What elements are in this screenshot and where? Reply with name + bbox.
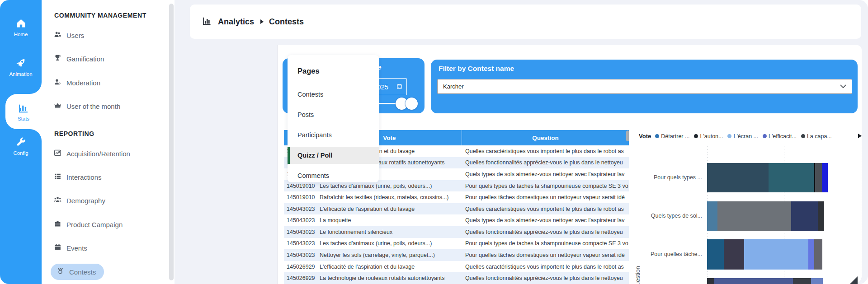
bar-segment[interactable] <box>814 239 822 270</box>
rocket-icon <box>15 57 27 69</box>
pages-panel: Pages Contests Posts Participants Quizz … <box>288 55 379 182</box>
table-row[interactable]: 145043023La moquetteQuels types de sols … <box>284 214 629 226</box>
bar-segment[interactable] <box>822 163 828 192</box>
chart-line-icon <box>53 149 62 158</box>
sidebar-item-user-of-the-month[interactable]: User of the month <box>53 99 120 113</box>
table-row[interactable]: 145043023Nettoyer les sols (carrelage, v… <box>284 249 629 261</box>
sidebar-item-product-campaign[interactable]: Product Campaign <box>53 218 123 231</box>
sidebar-item-demography[interactable]: Demography <box>53 194 105 207</box>
moderator-icon <box>53 78 62 88</box>
table-cell: Les taches d'animaux (urine, poils, odeu… <box>317 240 462 247</box>
table-row[interactable]: 145043023Les taches d'animaux (urine, po… <box>284 238 629 250</box>
category-label: Quels types de sol... <box>633 213 702 219</box>
legend-label: L'efficacit... <box>769 133 797 140</box>
bar-segment[interactable] <box>714 278 793 284</box>
app-window: Home Animation Stats Config COMMUNITY MA… <box>0 0 868 284</box>
bar-segment[interactable] <box>815 163 822 192</box>
left-rail: Home Animation Stats Config <box>0 0 42 284</box>
bar-segment[interactable] <box>717 201 791 231</box>
legend-item[interactable]: Détartrer ... <box>655 133 689 140</box>
bar-segment[interactable] <box>707 278 714 284</box>
page-item-label: Comments <box>297 172 329 179</box>
bar-segment[interactable] <box>724 239 744 270</box>
breadcrumb-analytics: Analytics <box>218 17 254 27</box>
table-row[interactable]: 145026929L'efficacité de l'aspiration et… <box>284 261 629 273</box>
bar-segment[interactable] <box>818 201 824 231</box>
page-item-comments[interactable]: Comments <box>288 167 379 184</box>
table-row[interactable]: 145043023L'efficacité de l'aspiration et… <box>284 203 629 215</box>
bar-segment[interactable] <box>707 163 769 192</box>
calendar-icon[interactable] <box>396 83 402 91</box>
users-icon <box>53 30 62 40</box>
legend-items: Détartrer ...L'auton...L'écran ...L'effi… <box>655 133 832 140</box>
crown-icon <box>53 101 62 111</box>
table-scrollbar-thumb[interactable] <box>626 130 629 141</box>
page-item-label: Posts <box>297 111 314 118</box>
slider-handle-end[interactable] <box>406 98 418 110</box>
contest-name-select[interactable]: Karcher <box>437 79 852 94</box>
rail-item-label: Config <box>13 150 28 156</box>
sidebar-section-title: REPORTING <box>54 130 94 137</box>
table-row[interactable]: 145026929La technologie de rouleaux rota… <box>284 272 629 284</box>
sidebar-item-contests[interactable]: Contests <box>51 264 104 280</box>
breadcrumb-contests: Contests <box>269 17 304 27</box>
legend-item[interactable]: L'efficacit... <box>763 133 797 140</box>
page-item-participants[interactable]: Participants <box>288 126 379 144</box>
legend-label: L'écran ... <box>733 133 758 140</box>
bar-segment[interactable] <box>707 201 717 231</box>
legend-title: Vote <box>639 133 651 140</box>
legend-item[interactable]: L'auton... <box>694 133 723 140</box>
bar-segment[interactable] <box>811 278 823 284</box>
sidebar-item-label: Moderation <box>66 79 100 87</box>
legend-label: L'auton... <box>700 133 723 140</box>
page-header: Analytics Contests <box>190 5 861 39</box>
table-cell: 145043023 <box>284 229 317 235</box>
contest-name-filter-panel: Filter by Contest name Karcher <box>431 60 858 113</box>
bar-segment[interactable] <box>808 239 814 270</box>
sidebar-item-users[interactable]: Users <box>53 28 84 42</box>
sidebar-item-gamification[interactable]: Gamification <box>53 52 104 65</box>
sidebar-item-label: Contests <box>69 268 96 276</box>
sidebar-item-label: Gamification <box>66 55 104 63</box>
rail-item-config[interactable]: Config <box>0 136 42 156</box>
table-cell: Pour quels types de taches la shampouine… <box>462 240 629 247</box>
sidebar-item-events[interactable]: Events <box>53 241 87 255</box>
rail-item-home[interactable]: Home <box>0 17 42 37</box>
bar-segment[interactable] <box>793 278 811 284</box>
table-row[interactable]: 145043023Le fonctionnement silencieuxQue… <box>284 226 629 238</box>
bar-segment[interactable] <box>744 239 808 270</box>
sidebar-item-moderation[interactable]: Moderation <box>53 76 100 89</box>
sidebar-scrollbar[interactable] <box>169 4 174 280</box>
legend-item[interactable]: L'écran ... <box>727 133 758 140</box>
list-icon <box>53 172 62 182</box>
table-cell: 145043023 <box>284 217 317 223</box>
sidebar-item-label: Product Campaign <box>66 221 123 228</box>
bar-segment[interactable] <box>769 163 814 192</box>
table-cell: 145026929 <box>284 264 317 270</box>
table-row[interactable]: 145019010Rafraîchir les textiles (rideau… <box>284 191 629 203</box>
table-cell: L'efficacité de l'aspiration et du lavag… <box>317 264 462 270</box>
sidebar-item-label: Users <box>66 32 84 39</box>
page-item-label: Quizz / Poll <box>297 152 332 159</box>
rail-item-animation[interactable]: Animation <box>0 57 42 77</box>
legend-item[interactable]: La capa... <box>801 133 832 140</box>
page-item-contests[interactable]: Contests <box>288 86 379 103</box>
sidebar-item-acquisition-retention[interactable]: Acquisition/Retention <box>53 147 130 160</box>
legend-dot-icon <box>727 134 731 138</box>
column-header-question[interactable]: Question <box>462 130 629 145</box>
page-item-quizz-poll[interactable]: Quizz / Poll <box>288 147 379 164</box>
table-cell: Le fonctionnement silencieux <box>317 229 462 235</box>
rail-item-stats[interactable]: Stats <box>5 94 42 129</box>
bar-segment[interactable] <box>791 201 818 231</box>
legend-dot-icon <box>801 134 805 138</box>
chart-legend: Vote Détartrer ...L'auton...L'écran ...L… <box>639 133 853 140</box>
resize-handle[interactable] <box>850 276 858 284</box>
bar-segment[interactable] <box>707 239 724 270</box>
medal-icon <box>56 267 65 277</box>
table-cell: Quelles caractéristiques vous importent … <box>462 206 629 212</box>
sidebar-item-label: Acquisition/Retention <box>66 150 130 158</box>
page-item-posts[interactable]: Posts <box>288 106 379 123</box>
legend-next-arrow-icon[interactable] <box>858 134 862 138</box>
sidebar-item-interactions[interactable]: Interactions <box>53 170 102 184</box>
home-icon <box>15 17 27 29</box>
